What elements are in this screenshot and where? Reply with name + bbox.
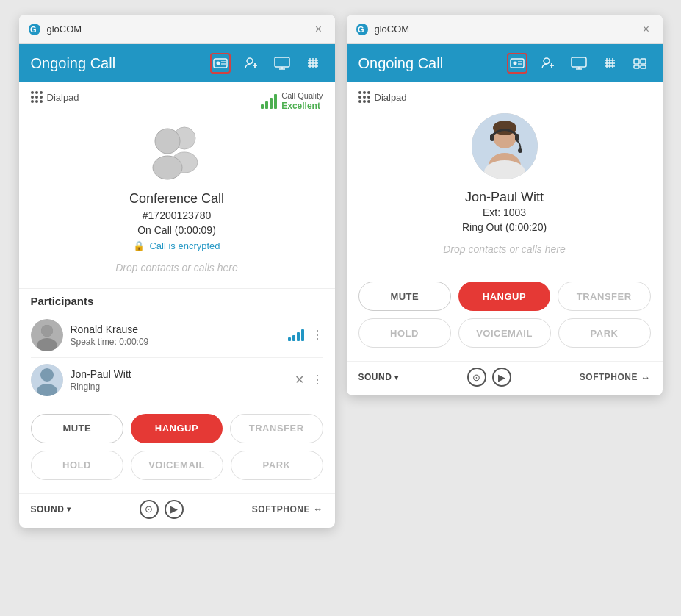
svg-point-32 — [513, 62, 516, 65]
buttons-area-2: MUTE HANGUP TRANSFER HOLD VOICEMAIL PARK — [347, 270, 663, 361]
contact-card-icon-2[interactable] — [507, 53, 527, 74]
svg-rect-2 — [214, 59, 227, 68]
hold-button-2[interactable]: HOLD — [358, 318, 451, 348]
btn-row-1: MUTE HANGUP TRANSFER — [31, 414, 323, 443]
participant-item-2: Jon-Paul Witt Ringing ✕ ⋮ — [31, 358, 323, 402]
contact-card-icon[interactable] — [210, 53, 231, 74]
participant-bars-icon — [288, 329, 304, 341]
dialpad-icon-2 — [358, 91, 370, 103]
participant-actions-1: ⋮ — [288, 328, 323, 342]
close-button-1[interactable]: × — [311, 24, 326, 35]
quality-bars-icon — [261, 94, 277, 109]
bottom-bar-1: SOUND ▾ ⊙ ▶ SOFTPHONE ↔ — [19, 493, 335, 528]
sound-label-1: SOUND — [31, 504, 65, 515]
avatar-area-1 — [144, 122, 210, 181]
app-name-2: gloCOM — [375, 24, 633, 35]
app-logo-2: G — [356, 23, 369, 36]
hangup-button-1[interactable]: HANGUP — [131, 414, 223, 443]
header-title-1: Ongoing Call — [31, 55, 210, 72]
voicemail-button-2[interactable]: VOICEMAIL — [458, 318, 551, 348]
avatar-area-2 — [472, 113, 538, 179]
btn-row-2: HOLD VOICEMAIL PARK — [31, 451, 323, 480]
call-quality-value-1: Excellent — [281, 101, 323, 111]
mute-button-2[interactable]: MUTE — [358, 282, 452, 311]
svg-point-58 — [518, 148, 522, 153]
app-name-1: gloCOM — [47, 24, 306, 35]
keypad-icon-2[interactable] — [599, 53, 620, 74]
participant-menu-icon-2[interactable]: ⋮ — [311, 373, 323, 387]
call-number-1: #17200123780 — [143, 209, 211, 221]
sound-button-2[interactable]: SOUND ▾ — [358, 372, 399, 382]
hold-button-1[interactable]: HOLD — [31, 451, 123, 480]
park-button-2[interactable]: PARK — [558, 318, 651, 348]
media-controls-2: ⊙ ▶ — [406, 368, 572, 387]
park-button-1[interactable]: PARK — [231, 451, 323, 480]
screen-share-icon[interactable] — [272, 53, 292, 74]
svg-rect-9 — [275, 57, 289, 67]
close-button-2[interactable]: × — [639, 24, 654, 35]
voicemail-button-1[interactable]: VOICEMAIL — [131, 451, 223, 480]
participant-remove-icon[interactable]: ✕ — [295, 373, 304, 387]
keypad-icon[interactable] — [303, 53, 323, 74]
mute-button-1[interactable]: MUTE — [31, 414, 124, 443]
svg-point-35 — [544, 58, 550, 64]
svg-rect-48 — [641, 59, 646, 64]
call-duration-1: On Call (0:00:09) — [137, 224, 216, 236]
add-person-icon-2[interactable] — [538, 53, 558, 74]
conference-call-window: G gloCOM × Ongoing Call — [19, 15, 335, 528]
title-bar-1: G gloCOM × — [19, 15, 335, 44]
jon-paul-witt-window: G gloCOM × Ongoing Call — [347, 15, 663, 395]
svg-rect-38 — [572, 57, 586, 67]
dialpad-button-2[interactable]: Dialpad — [358, 91, 407, 103]
call-duration-2: Ring Out (0:00:20) — [462, 221, 547, 233]
participant-menu-icon-1[interactable]: ⋮ — [311, 328, 323, 342]
buttons-area-1: MUTE HANGUP TRANSFER HOLD VOICEMAIL PARK — [19, 402, 335, 493]
dialpad-label-1: Dialpad — [47, 92, 79, 103]
screen-share-icon-2[interactable] — [569, 53, 589, 74]
svg-rect-31 — [511, 59, 524, 68]
sound-button-1[interactable]: SOUND ▾ — [31, 504, 71, 515]
call-quality-text-1: Call Quality Excellent — [281, 91, 323, 112]
svg-rect-47 — [634, 59, 639, 64]
participant-info-1: Ronald Krause Speak time: 0:00:09 — [71, 323, 281, 347]
play-button-1[interactable]: ▶ — [165, 500, 184, 519]
transfer-button-2[interactable]: TRANSFER — [558, 282, 651, 311]
main-content-2: Dialpad — [347, 82, 663, 270]
participant-status-2: Ringing — [71, 382, 287, 392]
chevron-down-icon-1: ▾ — [67, 505, 71, 513]
media-controls-1: ⊙ ▶ — [79, 500, 245, 519]
dialpad-button-1[interactable]: Dialpad — [31, 91, 79, 103]
hangup-button-2[interactable]: HANGUP — [458, 282, 550, 311]
softphone-button-2[interactable]: SOFTPHONE ↔ — [580, 372, 651, 383]
svg-point-6 — [247, 58, 253, 64]
add-person-icon[interactable] — [241, 53, 262, 74]
participant-actions-2: ✕ ⋮ — [295, 373, 323, 387]
tags-icon[interactable] — [630, 53, 651, 74]
call-quality-label-1: Call Quality — [281, 91, 323, 101]
participants-label: Participants — [31, 295, 323, 307]
drop-zone-2: Drop contacts or calls here — [443, 243, 566, 255]
svg-point-3 — [216, 62, 220, 65]
play-button-2[interactable]: ▶ — [492, 368, 511, 387]
call-name-2: Jon-Paul Witt — [465, 190, 544, 205]
participant-info-2: Jon-Paul Witt Ringing — [71, 368, 287, 392]
stop-button-2[interactable]: ⊙ — [467, 368, 486, 387]
header-bar-2: Ongoing Call — [347, 44, 663, 82]
arrow-right-icon-1: ↔ — [313, 504, 323, 515]
svg-rect-50 — [641, 65, 646, 68]
softphone-button-1[interactable]: SOFTPHONE ↔ — [252, 504, 323, 515]
transfer-button-1[interactable]: TRANSFER — [230, 414, 323, 443]
svg-point-21 — [153, 156, 182, 179]
lock-icon: 🔒 — [133, 240, 145, 251]
softphone-label-1: SOFTPHONE — [252, 504, 310, 515]
top-row-2: Dialpad — [358, 91, 651, 103]
stop-button-1[interactable]: ⊙ — [140, 500, 159, 519]
sound-label-2: SOUND — [358, 372, 392, 382]
btn-row-3: MUTE HANGUP TRANSFER — [358, 282, 651, 311]
svg-rect-56 — [490, 134, 494, 141]
header-bar-1: Ongoing Call — [19, 44, 335, 82]
participant-item: Ronald Krause Speak time: 0:00:09 ⋮ — [31, 313, 323, 358]
app-logo-1: G — [28, 23, 41, 36]
participant-avatar-2 — [31, 364, 63, 396]
header-icons-2 — [507, 53, 651, 74]
